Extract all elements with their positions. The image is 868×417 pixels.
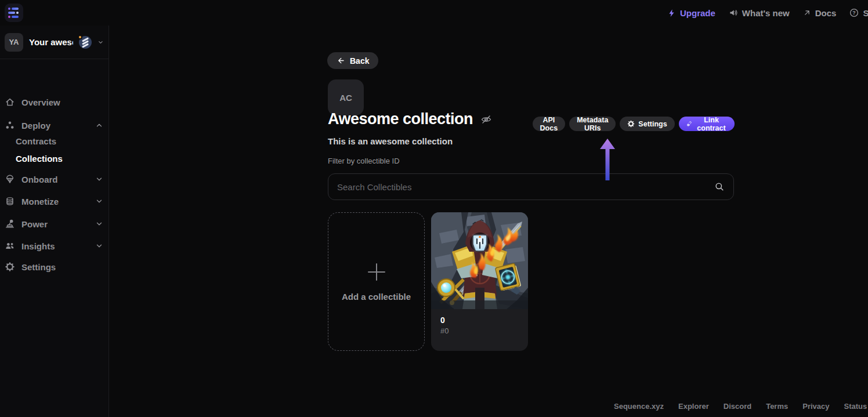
footer-link-terms[interactable]: Terms — [766, 402, 788, 411]
footer-link-status[interactable]: Status — [844, 402, 867, 411]
chevron-down-icon — [95, 197, 103, 205]
app-window: Upgrade What's new Docs ? Support YA You… — [0, 0, 868, 417]
chevron-down-icon — [97, 38, 104, 46]
sidebar-item-onboard[interactable]: Onboard — [0, 172, 109, 187]
chevron-up-icon — [95, 121, 103, 129]
megaphone-icon — [729, 8, 738, 17]
collection-description: This is an awesome collection — [328, 136, 453, 146]
collection-title-row: Awesome collection — [328, 110, 492, 128]
filter-label: Filter by collectible ID — [328, 157, 400, 165]
joystick-icon — [5, 219, 15, 229]
footer-link-discord[interactable]: Discord — [724, 402, 751, 411]
upgrade-label: Upgrade — [680, 8, 715, 18]
arrow-up-right-icon — [803, 9, 811, 17]
docs-button[interactable]: Docs — [803, 8, 837, 18]
sidebar-item-label: Deploy — [21, 121, 89, 130]
link-contract-label: Link contract — [696, 116, 727, 132]
sidebar-item-deploy[interactable]: Deploy — [0, 118, 109, 133]
sidebar-item-label: Monetize — [21, 197, 89, 206]
eye-off-icon — [480, 114, 492, 125]
sidebar-item-label: Contracts — [16, 136, 56, 146]
gear-icon — [627, 120, 635, 128]
sidebar-item-label: Onboard — [21, 175, 89, 184]
home-icon — [5, 97, 15, 107]
project-switcher[interactable]: YA Your aweso… — [0, 26, 108, 59]
sidebar-item-label: Insights — [21, 241, 89, 251]
sidebar-item-label: Power — [21, 219, 89, 229]
footer: Sequence.xyz Explorer Discord Terms Priv… — [614, 402, 868, 411]
collectible-card[interactable]: 0 #0 — [431, 212, 528, 351]
chevron-down-icon — [95, 220, 103, 228]
back-button[interactable]: Back — [327, 52, 378, 69]
sidebar-item-collections[interactable]: Collections — [16, 152, 63, 165]
metadata-uris-button[interactable]: Metadata URIs — [569, 117, 616, 131]
collectible-token-id: #0 — [440, 327, 519, 335]
top-bar: Upgrade What's new Docs ? Support — [0, 0, 868, 26]
api-docs-button[interactable]: API Docs — [533, 117, 566, 131]
link-contract-button[interactable]: Link contract — [679, 117, 735, 131]
gear-icon — [5, 262, 15, 272]
upgrade-button[interactable]: Upgrade — [667, 8, 715, 18]
footer-link-explorer[interactable]: Explorer — [678, 402, 709, 411]
plus-icon — [366, 262, 387, 282]
collectible-name: 0 — [440, 316, 519, 325]
notification-dot — [78, 35, 82, 39]
project-avatar: YA — [5, 33, 23, 52]
whats-new-button[interactable]: What's new — [729, 8, 790, 18]
collectible-artwork — [431, 212, 528, 309]
footer-link-privacy[interactable]: Privacy — [802, 402, 829, 411]
add-collectible-label: Add a collectible — [342, 292, 411, 302]
docs-label: Docs — [815, 8, 837, 18]
collectible-meta: 0 #0 — [431, 309, 528, 335]
sidebar-item-insights[interactable]: Insights — [0, 238, 109, 253]
add-collectible-card[interactable]: Add a collectible — [328, 212, 425, 351]
metadata-uris-label: Metadata URIs — [577, 116, 608, 132]
lightning-icon — [667, 9, 676, 17]
coins-icon — [5, 196, 15, 206]
api-docs-label: API Docs — [540, 116, 558, 132]
question-circle-icon: ? — [849, 8, 859, 17]
sidebar-item-overview[interactable]: Overview — [0, 95, 109, 110]
search-icon[interactable] — [714, 182, 725, 192]
footer-link-sequence[interactable]: Sequence.xyz — [614, 402, 664, 411]
support-button[interactable]: ? Support — [849, 8, 868, 18]
settings-button[interactable]: Settings — [620, 117, 674, 131]
chevron-down-icon — [95, 175, 103, 183]
search-input[interactable] — [337, 182, 708, 192]
collection-actions: API Docs Metadata URIs Settings Link con… — [539, 117, 735, 131]
svg-text:?: ? — [853, 10, 856, 16]
sidebar-item-contracts[interactable]: Contracts — [16, 135, 56, 147]
whats-new-label: What's new — [742, 8, 790, 18]
settings-label: Settings — [638, 120, 667, 128]
sidebar-item-power[interactable]: Power — [0, 216, 109, 231]
sidebar-item-label: Overview — [21, 97, 103, 107]
project-name: Your aweso… — [29, 37, 73, 47]
support-label: Support — [863, 8, 868, 18]
arrow-left-icon — [337, 56, 345, 65]
link-contract-icon — [686, 119, 692, 128]
sidebar-item-label: Settings — [21, 262, 103, 272]
chevron-down-icon — [95, 242, 103, 250]
sequence-wallet-badge-icon[interactable] — [79, 36, 92, 49]
people-icon — [5, 241, 15, 251]
deploy-nodes-icon — [5, 120, 15, 130]
search-box — [328, 173, 734, 200]
sidebar: YA Your aweso… Overview Deploy Contracts — [0, 26, 109, 417]
sidebar-item-label: Collections — [16, 154, 63, 164]
back-label: Back — [350, 56, 369, 66]
sequence-logo-icon[interactable] — [5, 3, 23, 22]
parachute-icon — [5, 174, 15, 184]
sidebar-item-monetize[interactable]: Monetize — [0, 194, 109, 209]
top-nav: Upgrade What's new Docs ? Support — [667, 0, 868, 26]
sidebar-item-settings[interactable]: Settings — [0, 259, 109, 274]
page-title: Awesome collection — [328, 110, 473, 128]
